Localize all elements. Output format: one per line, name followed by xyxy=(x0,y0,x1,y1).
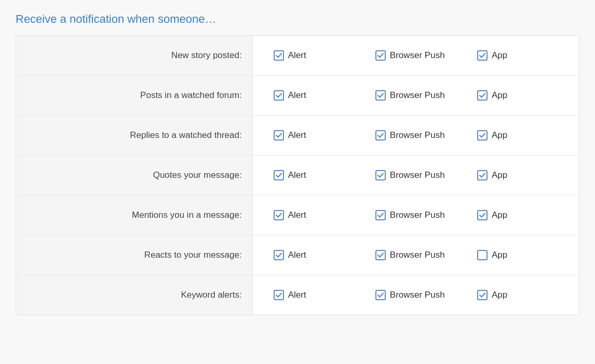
browser-push-label: Browser Push xyxy=(390,170,445,180)
checkbox[interactable] xyxy=(477,250,488,260)
browser-push-label: Browser Push xyxy=(390,250,445,260)
browser-push-label: Browser Push xyxy=(390,210,445,220)
app-option: App xyxy=(467,210,569,220)
alert-label: Alert xyxy=(288,170,306,180)
checkbox[interactable] xyxy=(375,170,386,180)
row-label: New story posted: xyxy=(16,36,253,76)
app-option: App xyxy=(467,250,569,260)
browser-push-option: Browser Push xyxy=(365,130,467,141)
app-label: App xyxy=(492,130,507,141)
browser-push-label: Browser Push xyxy=(390,50,445,61)
table-row: Keyword alerts:AlertBrowser PushApp xyxy=(16,275,579,315)
table-row: Mentions you in a message:AlertBrowser P… xyxy=(16,195,579,235)
app-label: App xyxy=(492,170,507,180)
checkbox[interactable] xyxy=(375,50,386,61)
checkbox[interactable] xyxy=(375,210,386,220)
row-label: Mentions you in a message: xyxy=(16,195,253,235)
checkbox[interactable] xyxy=(274,250,284,260)
table-row: Posts in a watched forum:AlertBrowser Pu… xyxy=(16,76,579,116)
checkbox[interactable] xyxy=(477,50,488,61)
checkbox[interactable] xyxy=(274,130,284,141)
checkbox[interactable] xyxy=(375,130,386,141)
alert-option: Alert xyxy=(263,50,365,61)
app-option: App xyxy=(467,90,569,101)
browser-push-option: Browser Push xyxy=(365,170,467,180)
checkbox[interactable] xyxy=(375,250,386,260)
browser-push-option: Browser Push xyxy=(365,210,467,220)
checkbox[interactable] xyxy=(477,90,488,101)
app-option: App xyxy=(467,50,569,61)
row-label: Replies to a watched thread: xyxy=(16,116,253,156)
app-option: App xyxy=(467,130,569,141)
alert-label: Alert xyxy=(288,250,306,260)
browser-push-option: Browser Push xyxy=(365,250,467,260)
checkbox[interactable] xyxy=(274,290,284,300)
page-heading: Receive a notification when someone… xyxy=(16,12,579,26)
app-label: App xyxy=(492,90,507,101)
table-row: New story posted:AlertBrowser PushApp xyxy=(16,36,579,76)
checkbox[interactable] xyxy=(477,130,488,141)
browser-push-option: Browser Push xyxy=(365,90,467,101)
checkbox[interactable] xyxy=(274,210,284,220)
notification-table: New story posted:AlertBrowser PushAppPos… xyxy=(16,35,579,315)
row-label: Keyword alerts: xyxy=(16,275,253,315)
alert-option: Alert xyxy=(263,170,365,180)
alert-label: Alert xyxy=(288,130,306,141)
alert-option: Alert xyxy=(263,290,365,300)
app-label: App xyxy=(492,290,507,300)
browser-push-option: Browser Push xyxy=(365,290,467,300)
browser-push-label: Browser Push xyxy=(390,90,445,101)
checkbox[interactable] xyxy=(477,170,488,180)
checkbox[interactable] xyxy=(477,290,488,300)
table-row: Replies to a watched thread:AlertBrowser… xyxy=(16,116,579,156)
alert-option: Alert xyxy=(263,130,365,141)
browser-push-label: Browser Push xyxy=(390,290,445,300)
page-container: Receive a notification when someone… New… xyxy=(0,0,595,328)
alert-label: Alert xyxy=(288,90,306,101)
checkbox[interactable] xyxy=(274,90,284,101)
checkbox[interactable] xyxy=(477,210,488,220)
browser-push-option: Browser Push xyxy=(365,50,467,61)
checkbox[interactable] xyxy=(375,290,386,300)
row-label: Reacts to your message: xyxy=(16,235,253,275)
alert-option: Alert xyxy=(263,210,365,220)
row-label: Quotes your message: xyxy=(16,156,253,195)
checkbox[interactable] xyxy=(274,50,284,61)
alert-label: Alert xyxy=(288,50,306,61)
alert-option: Alert xyxy=(263,250,365,260)
app-label: App xyxy=(492,50,507,61)
app-label: App xyxy=(492,250,507,260)
checkbox[interactable] xyxy=(274,170,284,180)
checkbox[interactable] xyxy=(375,90,386,101)
table-row: Reacts to your message:AlertBrowser Push… xyxy=(16,235,579,275)
app-option: App xyxy=(467,170,569,180)
browser-push-label: Browser Push xyxy=(390,130,445,141)
row-label: Posts in a watched forum: xyxy=(16,76,253,116)
alert-option: Alert xyxy=(263,90,365,101)
alert-label: Alert xyxy=(288,290,306,300)
alert-label: Alert xyxy=(288,210,306,220)
app-option: App xyxy=(467,290,569,300)
app-label: App xyxy=(492,210,507,220)
table-row: Quotes your message:AlertBrowser PushApp xyxy=(16,156,579,195)
